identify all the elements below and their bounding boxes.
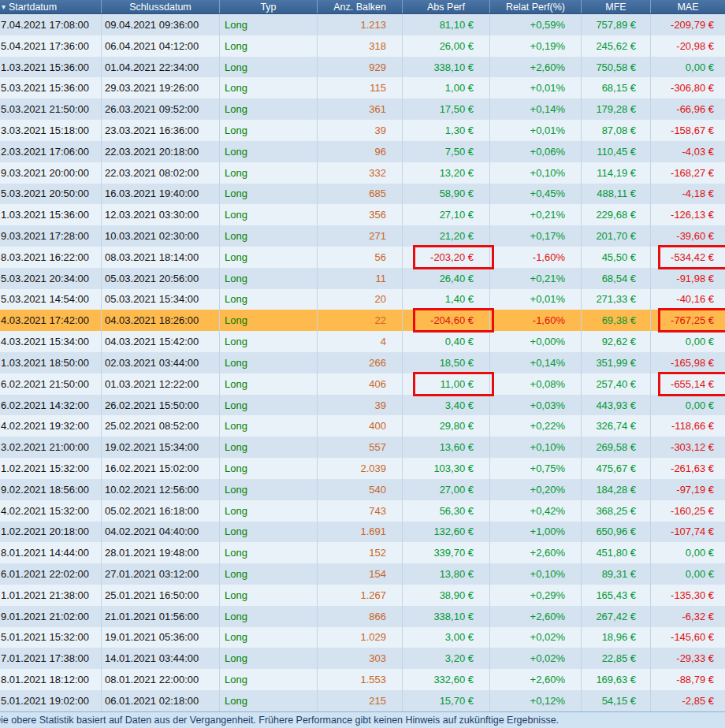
cell-bars: 2.039 (318, 458, 403, 479)
cell-rel: +0,00% (490, 331, 582, 352)
cell-mfe: 245,62 € (582, 35, 651, 57)
cell-value: 406 (369, 378, 386, 390)
cell-value: Long (225, 188, 247, 199)
cell-value: -145,60 € (671, 631, 714, 643)
cell-end: 08.01.2021 22:00:00 (102, 669, 220, 690)
cell-abs: 103,30 € (403, 458, 490, 479)
cell-value: -97,19 € (676, 484, 714, 496)
cell-value: 5.01.2021 19:02:00 (1, 695, 89, 707)
cell-end: 04.03.2021 18:26:00 (102, 310, 220, 331)
table-row[interactable]: 6.02.2021 21:50:0001.03.2021 12:22:00Lon… (0, 373, 725, 395)
cell-start: 5.03.2021 15:36:00 (0, 77, 102, 98)
table-row[interactable]: 9.01.2021 21:02:0021.01.2021 01:56:00Lon… (0, 606, 725, 627)
column-header-anz-balken[interactable]: Anz. Balken (318, 0, 403, 13)
table-row[interactable]: 1.01.2021 21:38:0025.01.2021 16:50:00Lon… (0, 585, 725, 606)
cell-value: 361 (369, 103, 386, 115)
table-row[interactable]: 5.03.2021 20:50:0016.03.2021 19:40:00Lon… (0, 184, 725, 205)
cell-end: 04.02.2021 04:40:00 (102, 522, 220, 543)
cell-abs: 339,70 € (403, 542, 490, 563)
cell-value: 13,20 € (440, 167, 474, 179)
cell-value: Long (225, 695, 247, 707)
cell-abs: 58,90 € (403, 184, 490, 205)
cell-start: 1.03.2021 15:36:00 (0, 57, 102, 78)
table-row[interactable]: 7.04.2021 17:08:0009.04.2021 09:36:00Lon… (0, 14, 725, 35)
cell-bars: 39 (318, 395, 403, 416)
cell-mfe: 650,96 € (582, 522, 651, 543)
cell-value: 184,28 € (596, 484, 636, 496)
table-row[interactable]: 5.03.2021 15:36:0029.03.2021 19:26:00Lon… (0, 77, 725, 98)
cell-value: 339,70 € (433, 547, 474, 559)
cell-end: 01.03.2021 12:22:00 (102, 373, 220, 395)
cell-value: 326,74 € (596, 420, 636, 432)
table-row[interactable]: 5.03.2021 20:34:0005.03.2021 20:56:00Lon… (0, 268, 725, 289)
column-header-relat-perf[interactable]: Relat Perf(%) (490, 0, 582, 13)
cell-value: 9.03.2021 20:00:00 (1, 167, 89, 179)
cell-end: 02.03.2021 03:44:00 (102, 352, 220, 373)
table-row[interactable]: 6.02.2021 14:32:0026.02.2021 15:50:00Lon… (0, 395, 725, 416)
table-row[interactable]: 9.03.2021 17:28:0010.03.2021 02:30:00Lon… (0, 225, 725, 247)
cell-value: -40,16 € (676, 293, 714, 305)
table-row[interactable]: 6.01.2021 22:02:0027.01.2021 03:12:00Lon… (0, 563, 725, 585)
table-row[interactable]: 1.02.2021 20:18:0004.02.2021 04:40:00Lon… (0, 522, 725, 543)
table-row[interactable]: 1.03.2021 18:50:0002.03.2021 03:44:00Lon… (0, 352, 725, 373)
cell-abs: 338,10 € (403, 606, 490, 627)
column-header-mae[interactable]: MAE (651, 0, 725, 13)
column-header-abs-perf[interactable]: Abs Perf (403, 0, 490, 13)
cell-value: +0,08% (530, 378, 565, 390)
column-header-schlussdatum[interactable]: Schlussdatum (102, 0, 220, 13)
table-row-selected[interactable]: 4.03.2021 17:42:0004.03.2021 18:26:00Lon… (0, 310, 725, 331)
cell-value: 06.01.2021 02:18:00 (105, 695, 199, 707)
cell-value: 4.03.2021 15:34:00 (1, 336, 89, 347)
table-row[interactable]: 1.02.2021 15:32:0016.02.2021 15:02:00Lon… (0, 458, 725, 479)
cell-typ: Long (220, 627, 318, 648)
cell-end: 16.02.2021 15:02:00 (102, 458, 220, 479)
column-label: Startdatum (9, 2, 57, 13)
cell-value: +0,42% (530, 505, 565, 517)
cell-rel: +0,75% (490, 458, 582, 479)
table-row[interactable]: 3.02.2021 21:00:0019.02.2021 15:34:00Lon… (0, 436, 725, 458)
cell-value: 650,96 € (596, 526, 636, 537)
cell-value: 3.02.2021 21:00:00 (1, 441, 89, 453)
table-row[interactable]: 5.04.2021 17:36:0006.04.2021 04:12:00Lon… (0, 35, 725, 57)
table-row[interactable]: 5.03.2021 14:54:0005.03.2021 15:34:00Lon… (0, 289, 725, 310)
cell-end: 21.01.2021 01:56:00 (102, 606, 220, 627)
cell-rel: +0,01% (490, 289, 582, 310)
column-header-startdatum[interactable]: ▾ Startdatum (0, 0, 102, 13)
cell-typ: Long (220, 162, 318, 184)
table-row[interactable]: 4.03.2021 15:34:0004.03.2021 15:42:00Lon… (0, 331, 725, 352)
cell-end: 05.02.2021 16:18:00 (102, 500, 220, 522)
table-row[interactable]: 8.01.2021 18:12:0008.01.2021 22:00:00Lon… (0, 669, 725, 690)
cell-value: Long (225, 547, 247, 559)
cell-value: Long (225, 336, 247, 347)
cell-mae: 0,00 € (651, 57, 725, 78)
table-row[interactable]: 1.03.2021 15:36:0001.04.2021 22:34:00Lon… (0, 57, 725, 78)
cell-value: 5.03.2021 20:50:00 (1, 188, 89, 199)
table-row[interactable]: 9.02.2021 18:56:0010.02.2021 12:56:00Lon… (0, 479, 725, 500)
cell-value: 154 (369, 568, 386, 580)
column-header-typ[interactable]: Typ (220, 0, 318, 13)
table-row[interactable]: 4.02.2021 15:32:0005.02.2021 16:18:00Lon… (0, 500, 725, 522)
cell-value: 54,15 € (602, 695, 636, 707)
cell-end: 25.02.2021 08:52:00 (102, 415, 220, 436)
cell-rel: +2,60% (490, 606, 582, 627)
cell-end: 19.02.2021 15:34:00 (102, 436, 220, 458)
table-row[interactable]: 5.01.2021 15:32:0019.01.2021 05:36:00Lon… (0, 627, 725, 648)
cell-rel: +2,60% (490, 542, 582, 563)
cell-rel: +0,14% (490, 98, 582, 120)
table-row[interactable]: 5.01.2021 19:02:0006.01.2021 02:18:00Lon… (0, 690, 725, 711)
table-row[interactable]: 3.03.2021 15:18:0023.03.2021 16:36:00Lon… (0, 120, 725, 141)
table-row[interactable]: 9.03.2021 20:00:0022.03.2021 08:02:00Lon… (0, 162, 725, 184)
table-row[interactable]: 1.03.2021 15:36:0012.03.2021 03:30:00Lon… (0, 204, 725, 225)
cell-typ: Long (220, 669, 318, 690)
cell-abs: 13,60 € (403, 436, 490, 458)
table-row[interactable]: 2.03.2021 17:06:0022.03.2021 20:18:00Lon… (0, 141, 725, 162)
table-row[interactable]: 4.02.2021 19:32:0025.02.2021 08:52:00Lon… (0, 415, 725, 436)
table-row[interactable]: 7.01.2021 17:38:0014.01.2021 03:44:00Lon… (0, 648, 725, 669)
table-row[interactable]: 8.03.2021 16:22:0008.03.2021 18:14:00Lon… (0, 247, 725, 268)
cell-typ: Long (220, 500, 318, 522)
cell-mae: -135,30 € (651, 585, 725, 606)
table-row[interactable]: 8.01.2021 14:44:0028.01.2021 19:48:00Lon… (0, 542, 725, 563)
column-header-mfe[interactable]: MFE (582, 0, 651, 13)
table-row[interactable]: 5.03.2021 21:50:0026.03.2021 09:52:00Lon… (0, 98, 725, 120)
column-label: Abs Perf (427, 2, 465, 13)
